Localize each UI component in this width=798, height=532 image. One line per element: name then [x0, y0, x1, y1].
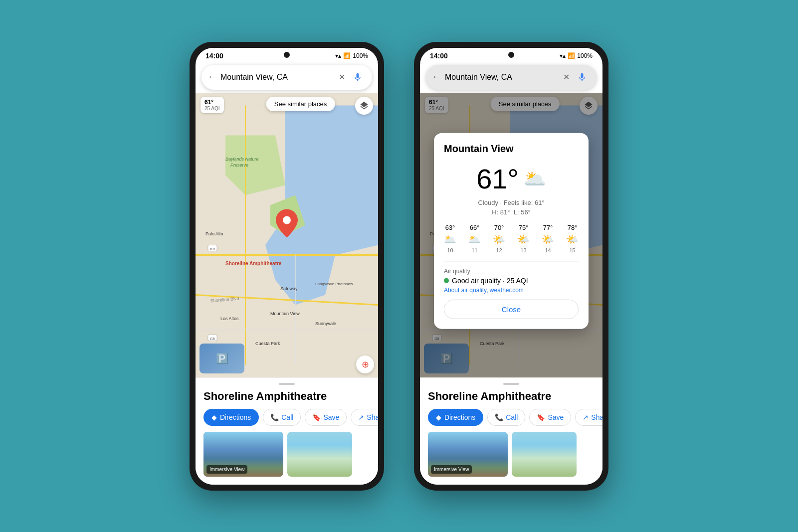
svg-text:LongWave Photonics: LongWave Photonics: [315, 281, 353, 286]
status-bar-1: 14:00 ▾▴ 📶 100%: [196, 48, 378, 62]
weather-temp-1: 61°: [204, 99, 213, 106]
share-icon-2: ↗: [583, 413, 589, 421]
immersive-thumbnail-1[interactable]: Immersive View: [203, 432, 283, 477]
time-1: 14:00: [205, 52, 223, 60]
action-buttons-1: ◆ Directions 📞 Call 🔖 Save ↗ Sha: [203, 409, 370, 426]
status-icons-2: ▾▴ 📶 100%: [560, 52, 593, 59]
call-icon-2: 📞: [495, 413, 503, 421]
svg-text:Los Altos: Los Altos: [220, 316, 239, 321]
hour-item-5: 78° 🌤️ 15: [566, 224, 579, 253]
close-popup-button[interactable]: Close: [444, 300, 579, 319]
search-text-2: Mountain View, CA: [445, 73, 559, 82]
bookmark-icon-2: 🔖: [537, 413, 545, 421]
immersive-section-1: Immersive View: [203, 432, 370, 477]
action-buttons-2: ◆ Directions 📞 Call 🔖 Save ↗ Sha: [428, 409, 595, 426]
svg-text:Cuesta Park: Cuesta Park: [255, 341, 280, 346]
svg-text:G5: G5: [210, 337, 214, 340]
immersive-badge-2: Immersive View: [431, 465, 472, 474]
air-quality-dot: [444, 278, 449, 283]
signal-icon-1: 📶: [343, 52, 351, 59]
battery-icon-1: 100%: [353, 52, 368, 59]
map-area-2: Baylands Nature Preserve Palo Alto Shore…: [420, 93, 602, 377]
sheet-handle-1: [279, 383, 295, 385]
svg-text:101: 101: [209, 247, 215, 250]
status-bar-2: 14:00 ▾▴ 📶 100%: [420, 48, 602, 62]
hour-item-0: 63° 🌥️ 10: [444, 224, 456, 253]
layers-button-1[interactable]: [355, 97, 373, 115]
save-button-1[interactable]: 🔖 Save: [305, 409, 347, 426]
cloud-icon: 🌥️: [524, 168, 546, 189]
hour-item-2: 70° 🌤️ 12: [493, 224, 505, 253]
phone-2: 14:00 ▾▴ 📶 100% ← Mountain View, CA ✕: [414, 42, 608, 491]
clear-button-2[interactable]: ✕: [563, 72, 570, 82]
svg-text:Sunnyvale: Sunnyvale: [315, 321, 336, 326]
status-icons-1: ▾▴ 📶 100%: [335, 52, 368, 59]
bottom-sheet-1: Shoreline Amphitheatre ◆ Directions 📞 Ca…: [196, 377, 378, 485]
air-quality-value: Good air quality · 25 AQI: [444, 277, 579, 285]
location-photo-2[interactable]: [512, 432, 577, 477]
svg-text:Safeway: Safeway: [280, 286, 298, 291]
camera-notch-2: [508, 52, 514, 58]
air-quality-section: Air quality Good air quality · 25 AQI Ab…: [444, 261, 579, 294]
call-button-2[interactable]: 📞 Call: [487, 409, 525, 426]
share-icon-1: ↗: [358, 413, 364, 421]
popup-temp-section: 61° 🌥️: [444, 163, 579, 195]
phone-1: 14:00 ▾▴ 📶 100% ← Mountain View, CA ✕: [190, 42, 384, 491]
popup-feels-like: Cloudy · Feels like: 61°: [444, 199, 579, 206]
svg-text:Shoreline Amphitheatre: Shoreline Amphitheatre: [225, 260, 282, 266]
back-button-2[interactable]: ←: [432, 72, 441, 82]
camera-notch-1: [284, 52, 290, 58]
location-thumbnail-1[interactable]: 🅿️: [200, 344, 244, 373]
svg-text:Preserve: Preserve: [230, 162, 248, 167]
wifi-icon-1: ▾▴: [335, 52, 341, 59]
battery-icon-2: 100%: [577, 52, 593, 59]
mic-button-1[interactable]: [349, 69, 366, 86]
popup-hi-lo: H: 81° L: 56°: [444, 208, 579, 216]
back-button-1[interactable]: ←: [207, 72, 216, 82]
save-button-2[interactable]: 🔖 Save: [529, 409, 571, 426]
place-name-2: Shoreline Amphitheatre: [428, 390, 595, 403]
directions-button-2[interactable]: ◆ Directions: [428, 409, 483, 426]
wifi-icon-2: ▾▴: [560, 52, 566, 59]
call-icon-1: 📞: [270, 413, 279, 421]
similar-places-btn-1[interactable]: See similar places: [266, 97, 335, 111]
immersive-badge-1: Immersive View: [206, 465, 247, 474]
directions-button-1[interactable]: ◆ Directions: [203, 409, 259, 426]
weather-aqi-1: 25 AQI: [204, 106, 220, 111]
svg-text:Mountain View: Mountain View: [270, 311, 300, 316]
hour-item-3: 75° 🌤️ 13: [517, 224, 530, 253]
popup-temperature: 61°: [476, 163, 519, 195]
weather-badge-1[interactable]: 61° 25 AQI: [200, 97, 224, 113]
share-button-2[interactable]: ↗ Sha: [575, 409, 602, 426]
place-name-1: Shoreline Amphitheatre: [203, 390, 370, 403]
search-bar-2[interactable]: ← Mountain View, CA ✕: [426, 65, 597, 90]
immersive-thumbnail-2[interactable]: Immersive View: [428, 432, 508, 477]
time-2: 14:00: [430, 52, 448, 60]
immersive-section-2: Immersive View: [428, 432, 595, 477]
svg-text:Palo Alto: Palo Alto: [205, 231, 223, 236]
directions-icon-2: ◆: [436, 413, 441, 421]
bookmark-icon-1: 🔖: [312, 413, 321, 421]
share-button-1[interactable]: ↗ Sha: [351, 409, 378, 426]
air-quality-label: Air quality: [444, 268, 579, 275]
map-area-1[interactable]: Shoreline Blvd Baylands Nature Preserve …: [196, 93, 378, 377]
search-text-1: Mountain View, CA: [220, 73, 335, 82]
search-bar-1[interactable]: ← Mountain View, CA ✕: [201, 65, 372, 90]
air-quality-link[interactable]: About air quality, weather.com: [444, 287, 579, 294]
call-button-1[interactable]: 📞 Call: [263, 409, 301, 426]
location-target-button-1[interactable]: ⊕: [356, 355, 374, 373]
directions-icon-1: ◆: [211, 413, 217, 421]
svg-text:Baylands Nature: Baylands Nature: [225, 156, 259, 161]
hour-item-4: 77° 🌤️ 14: [542, 224, 554, 253]
phones-container: 14:00 ▾▴ 📶 100% ← Mountain View, CA ✕: [190, 42, 608, 491]
sheet-handle-2: [503, 383, 519, 385]
mic-button-2[interactable]: [574, 69, 591, 86]
location-photo-1[interactable]: [287, 432, 352, 477]
hour-item-1: 66° 🌥️ 11: [468, 224, 481, 253]
bottom-sheet-2: Shoreline Amphitheatre ◆ Directions 📞 Ca…: [420, 377, 602, 485]
svg-point-21: [283, 216, 291, 224]
popup-title: Mountain View: [444, 143, 579, 155]
weather-popup: Mountain View 61° 🌥️ Cloudy · Feels like…: [434, 133, 589, 329]
hourly-forecast: 63° 🌥️ 10 66° 🌥️ 11 70° 🌤️ 12: [444, 224, 579, 253]
clear-button-1[interactable]: ✕: [339, 72, 345, 82]
